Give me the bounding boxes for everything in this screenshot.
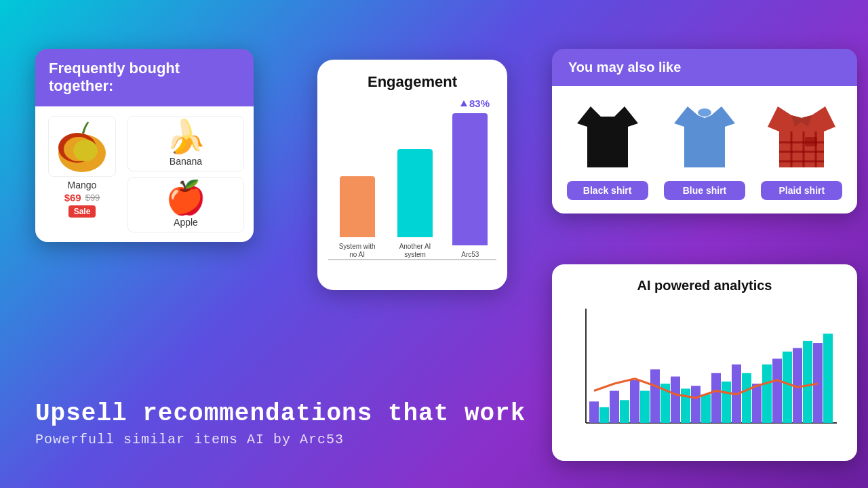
fbt-title: Frequently bought together:: [49, 60, 240, 96]
main-tagline: Upsell recommendations that work: [35, 400, 526, 428]
analytics-chart: [566, 302, 844, 437]
fbt-header: Frequently bought together:: [35, 49, 254, 106]
engagement-chart-area: 83% System with no AI Another AI system …: [328, 98, 496, 279]
original-price: $99: [85, 192, 100, 203]
sale-price: $69: [64, 192, 81, 203]
bar-group-1: System with no AI: [337, 176, 378, 259]
ymal-body: Black shirt Blue shirt: [552, 86, 857, 214]
banana-item: 🍌 Banana: [127, 116, 244, 171]
svg-rect-40: [783, 352, 792, 423]
black-shirt-icon: [567, 100, 648, 174]
price-row: $69 $99: [64, 192, 100, 203]
shirt-item-blue[interactable]: Blue shirt: [664, 100, 745, 200]
blue-shirt-icon: [664, 100, 745, 174]
arrow-up-icon: [460, 100, 467, 106]
apple-item: 🍎 Apple: [127, 177, 244, 232]
shirt-item-plaid[interactable]: Plaid shirt: [761, 100, 842, 200]
ymal-title: You may also like: [568, 60, 841, 75]
svg-rect-24: [691, 386, 701, 423]
svg-rect-20: [610, 391, 619, 423]
bar-group-3: Arc53: [452, 113, 488, 259]
blue-shirt-label[interactable]: Blue shirt: [664, 181, 745, 200]
ymal-header: You may also like: [552, 49, 857, 86]
svg-point-6: [698, 108, 711, 117]
analytics-title: AI powered analytics: [566, 278, 844, 293]
bar-group-2: Another AI system: [395, 149, 435, 259]
percent-label: 83%: [460, 98, 490, 109]
sale-badge: Sale: [68, 205, 96, 218]
engagement-card: Engagement 83% System with no AI Another…: [317, 60, 507, 290]
engagement-title: Engagement: [368, 73, 457, 91]
svg-rect-38: [742, 373, 751, 423]
svg-rect-37: [722, 382, 731, 423]
svg-rect-23: [671, 377, 680, 423]
fbt-card: Frequently bought together: Mango $69 $9…: [35, 49, 254, 242]
svg-rect-16: [805, 137, 817, 146]
svg-rect-21: [630, 380, 639, 423]
mango-label: Mango: [68, 180, 97, 190]
banana-icon: 🍌: [165, 121, 206, 153]
svg-rect-31: [599, 407, 609, 423]
bar-no-ai: [340, 176, 375, 237]
fbt-side-items: 🍌 Banana 🍎 Apple: [127, 116, 244, 232]
bar-arc53: [452, 113, 488, 245]
svg-rect-33: [640, 391, 650, 423]
svg-rect-41: [803, 341, 812, 423]
shirt-item-black[interactable]: Black shirt: [567, 100, 648, 200]
analytics-card: AI powered analytics: [552, 264, 857, 461]
fbt-body: Mango $69 $99 Sale 🍌 Banana 🍎 Apple: [35, 106, 254, 242]
bar-label-arc53: Arc53: [461, 251, 479, 259]
svg-rect-27: [752, 384, 762, 423]
plaid-shirt-label[interactable]: Plaid shirt: [761, 181, 842, 200]
svg-rect-30: [813, 343, 823, 423]
bar-label-another-ai: Another AI system: [395, 243, 435, 259]
svg-rect-32: [620, 400, 629, 423]
svg-rect-39: [762, 365, 772, 423]
svg-rect-25: [711, 373, 721, 423]
banana-label: Banana: [170, 156, 202, 167]
mango-icon: [48, 116, 116, 177]
svg-rect-36: [701, 394, 711, 423]
bottom-text: Upsell recommendations that work Powerfu…: [35, 400, 526, 447]
ymal-card: You may also like Black shirt Blue shirt: [552, 49, 857, 214]
svg-rect-35: [681, 388, 690, 423]
svg-rect-28: [772, 359, 782, 423]
apple-label: Apple: [174, 217, 198, 228]
svg-rect-42: [823, 333, 833, 423]
bars-container: System with no AI Another AI system Arc5…: [328, 111, 496, 260]
plaid-shirt-icon: [761, 100, 842, 174]
bar-label-no-ai: System with no AI: [337, 243, 378, 259]
black-shirt-label[interactable]: Black shirt: [567, 181, 648, 200]
svg-point-3: [73, 140, 98, 161]
svg-rect-22: [650, 369, 660, 423]
sub-tagline: Powerfull similar items AI by Arc53: [35, 432, 526, 447]
svg-marker-4: [577, 106, 638, 167]
svg-rect-19: [589, 401, 599, 423]
apple-icon: 🍎: [165, 182, 206, 214]
fbt-main-item: Mango $69 $99 Sale: [45, 116, 119, 232]
bar-another-ai: [397, 149, 433, 237]
